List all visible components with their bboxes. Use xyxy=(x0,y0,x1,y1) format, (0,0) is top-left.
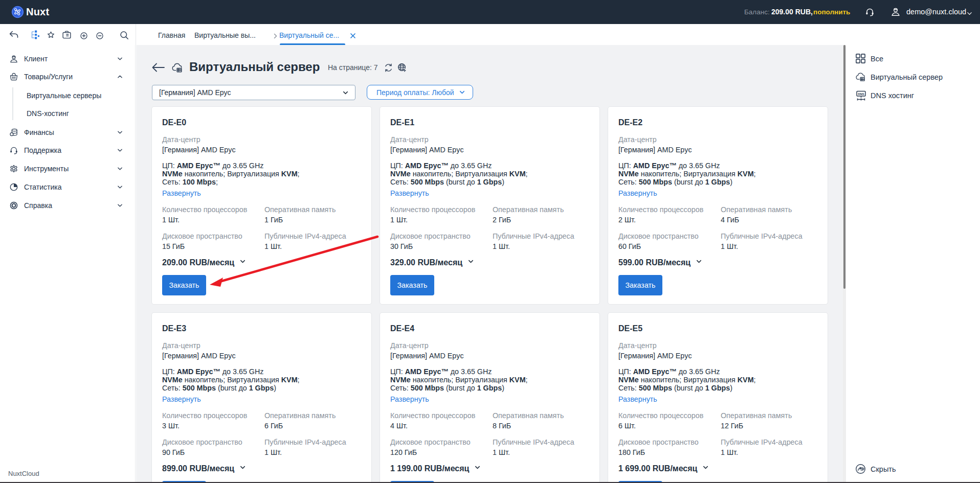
svg-text:DNS: DNS xyxy=(858,93,864,96)
